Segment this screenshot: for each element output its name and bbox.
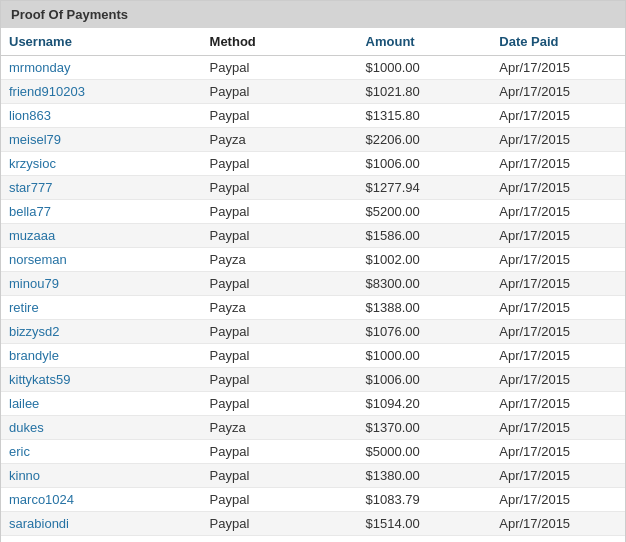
proof-of-payments-panel: Proof Of Payments Username Method Amount… (0, 0, 626, 542)
col-header-method: Method (202, 28, 358, 56)
table-row: dukesPayza$1370.00Apr/17/2015 (1, 416, 625, 440)
cell-method: Paypal (202, 56, 358, 80)
cell-date-paid: Apr/17/2015 (491, 536, 625, 543)
col-header-amount: Amount (358, 28, 492, 56)
col-header-username: Username (1, 28, 202, 56)
cell-date-paid: Apr/17/2015 (491, 272, 625, 296)
table-row: ericPaypal$5000.00Apr/17/2015 (1, 440, 625, 464)
cell-amount: $1370.00 (358, 416, 492, 440)
payments-table: Username Method Amount Date Paid mrmonda… (1, 28, 625, 542)
table-row: bizzysd2Paypal$1076.00Apr/17/2015 (1, 320, 625, 344)
cell-method: Paypal (202, 440, 358, 464)
cell-method: Paypal (202, 320, 358, 344)
cell-amount: $1083.79 (358, 488, 492, 512)
table-row: kinnoPaypal$1380.00Apr/17/2015 (1, 464, 625, 488)
cell-date-paid: Apr/17/2015 (491, 56, 625, 80)
cell-amount: $5200.00 (358, 200, 492, 224)
table-row: muzaaaPaypal$1586.00Apr/17/2015 (1, 224, 625, 248)
cell-date-paid: Apr/17/2015 (491, 296, 625, 320)
cell-date-paid: Apr/17/2015 (491, 392, 625, 416)
cell-date-paid: Apr/17/2015 (491, 152, 625, 176)
cell-date-paid: Apr/17/2015 (491, 128, 625, 152)
cell-username[interactable]: bella77 (1, 200, 202, 224)
table-row: marco1024Paypal$1083.79Apr/17/2015 (1, 488, 625, 512)
cell-amount: $1277.94 (358, 176, 492, 200)
table-row: mrmondayPaypal$1000.00Apr/17/2015 (1, 56, 625, 80)
cell-amount: $1002.00 (358, 248, 492, 272)
table-header: Username Method Amount Date Paid (1, 28, 625, 56)
cell-date-paid: Apr/17/2015 (491, 512, 625, 536)
col-header-date-paid: Date Paid (491, 28, 625, 56)
cell-username[interactable]: kittykats59 (1, 368, 202, 392)
cell-method: Paypal (202, 272, 358, 296)
table-row: friend910203Paypal$1021.80Apr/17/2015 (1, 80, 625, 104)
cell-username[interactable]: bizzysd2 (1, 320, 202, 344)
cell-username[interactable]: mrmonday (1, 56, 202, 80)
cell-method: Payza (202, 296, 358, 320)
cell-amount: $1402.00 (358, 536, 492, 543)
cell-amount: $1586.00 (358, 224, 492, 248)
cell-username[interactable]: norseman (1, 248, 202, 272)
table-row: lion863Paypal$1315.80Apr/17/2015 (1, 104, 625, 128)
cell-date-paid: Apr/17/2015 (491, 368, 625, 392)
table-row: maxihozamPayza$1402.00Apr/17/2015 (1, 536, 625, 543)
cell-username[interactable]: lion863 (1, 104, 202, 128)
cell-username[interactable]: retire (1, 296, 202, 320)
cell-amount: $1514.00 (358, 512, 492, 536)
cell-date-paid: Apr/17/2015 (491, 248, 625, 272)
cell-date-paid: Apr/17/2015 (491, 488, 625, 512)
cell-method: Paypal (202, 488, 358, 512)
cell-date-paid: Apr/17/2015 (491, 344, 625, 368)
cell-date-paid: Apr/17/2015 (491, 176, 625, 200)
cell-amount: $1000.00 (358, 344, 492, 368)
panel-title: Proof Of Payments (1, 1, 625, 28)
cell-amount: $1315.80 (358, 104, 492, 128)
cell-amount: $1076.00 (358, 320, 492, 344)
cell-username[interactable]: maxihozam (1, 536, 202, 543)
cell-method: Paypal (202, 224, 358, 248)
cell-username[interactable]: star777 (1, 176, 202, 200)
cell-method: Paypal (202, 368, 358, 392)
table-row: retirePayza$1388.00Apr/17/2015 (1, 296, 625, 320)
cell-amount: $2206.00 (358, 128, 492, 152)
cell-username[interactable]: minou79 (1, 272, 202, 296)
table-row: krzysiocPaypal$1006.00Apr/17/2015 (1, 152, 625, 176)
table-row: laileePaypal$1094.20Apr/17/2015 (1, 392, 625, 416)
cell-method: Paypal (202, 392, 358, 416)
cell-date-paid: Apr/17/2015 (491, 416, 625, 440)
cell-method: Payza (202, 248, 358, 272)
cell-username[interactable]: meisel79 (1, 128, 202, 152)
cell-amount: $1006.00 (358, 368, 492, 392)
cell-date-paid: Apr/17/2015 (491, 440, 625, 464)
cell-username[interactable]: dukes (1, 416, 202, 440)
table-row: star777Paypal$1277.94Apr/17/2015 (1, 176, 625, 200)
cell-method: Paypal (202, 200, 358, 224)
cell-username[interactable]: lailee (1, 392, 202, 416)
cell-username[interactable]: marco1024 (1, 488, 202, 512)
cell-date-paid: Apr/17/2015 (491, 200, 625, 224)
table-body: mrmondayPaypal$1000.00Apr/17/2015friend9… (1, 56, 625, 543)
cell-username[interactable]: sarabiondi (1, 512, 202, 536)
table-row: bella77Paypal$5200.00Apr/17/2015 (1, 200, 625, 224)
table-row: kittykats59Paypal$1006.00Apr/17/2015 (1, 368, 625, 392)
cell-date-paid: Apr/17/2015 (491, 464, 625, 488)
cell-amount: $1388.00 (358, 296, 492, 320)
cell-username[interactable]: krzysioc (1, 152, 202, 176)
cell-username[interactable]: friend910203 (1, 80, 202, 104)
cell-amount: $8300.00 (358, 272, 492, 296)
cell-username[interactable]: kinno (1, 464, 202, 488)
cell-method: Paypal (202, 512, 358, 536)
table-row: brandylePaypal$1000.00Apr/17/2015 (1, 344, 625, 368)
table-row: sarabiondiPaypal$1514.00Apr/17/2015 (1, 512, 625, 536)
cell-method: Payza (202, 536, 358, 543)
cell-amount: $1000.00 (358, 56, 492, 80)
cell-username[interactable]: brandyle (1, 344, 202, 368)
cell-username[interactable]: eric (1, 440, 202, 464)
cell-method: Payza (202, 416, 358, 440)
cell-date-paid: Apr/17/2015 (491, 80, 625, 104)
cell-username[interactable]: muzaaa (1, 224, 202, 248)
cell-method: Paypal (202, 104, 358, 128)
cell-amount: $1006.00 (358, 152, 492, 176)
cell-method: Paypal (202, 464, 358, 488)
table-row: minou79Paypal$8300.00Apr/17/2015 (1, 272, 625, 296)
